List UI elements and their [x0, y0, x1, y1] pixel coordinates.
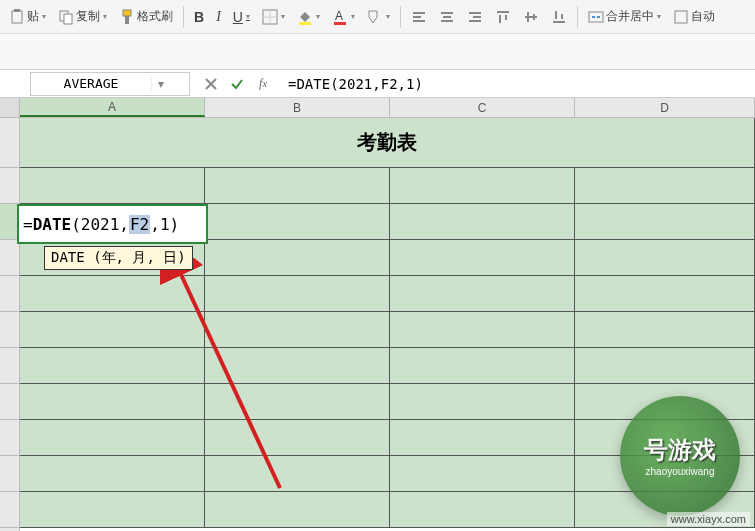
cell[interactable] — [20, 456, 205, 492]
cell[interactable] — [205, 384, 390, 420]
row-header[interactable] — [0, 384, 20, 420]
cell[interactable] — [20, 276, 205, 312]
formula-paren: ( — [71, 215, 81, 234]
bold-button[interactable]: B — [189, 6, 209, 28]
formula-sep: , — [150, 215, 160, 234]
align-top-button[interactable] — [490, 6, 516, 28]
borders-icon — [262, 9, 278, 25]
fx-button[interactable]: fx — [254, 75, 272, 93]
cell[interactable] — [205, 276, 390, 312]
chevron-down-icon: ▾ — [281, 12, 285, 21]
cell[interactable] — [575, 276, 755, 312]
function-tooltip[interactable]: DATE (年, 月, 日) — [44, 246, 193, 270]
align-center-button[interactable] — [434, 6, 460, 28]
align-left-button[interactable] — [406, 6, 432, 28]
row-header[interactable] — [0, 312, 20, 348]
column-header-b[interactable]: B — [205, 98, 390, 117]
align-bottom-button[interactable] — [546, 6, 572, 28]
cell[interactable] — [390, 384, 575, 420]
cell[interactable] — [575, 348, 755, 384]
row-header[interactable] — [0, 456, 20, 492]
fill-color-button[interactable]: ▾ — [292, 6, 325, 28]
cell[interactable] — [390, 456, 575, 492]
borders-button[interactable]: ▾ — [257, 6, 290, 28]
formula-input[interactable] — [284, 76, 755, 92]
svg-rect-30 — [589, 12, 603, 22]
toolbar-spacer — [0, 34, 755, 70]
row-header[interactable] — [0, 348, 20, 384]
cell[interactable] — [575, 420, 755, 456]
cell[interactable] — [20, 420, 205, 456]
row-header[interactable] — [0, 492, 20, 528]
cell[interactable] — [205, 204, 390, 240]
cell[interactable] — [205, 420, 390, 456]
cell[interactable] — [390, 168, 575, 204]
italic-button[interactable]: I — [211, 6, 226, 28]
cell[interactable] — [205, 492, 390, 528]
cell[interactable] — [575, 384, 755, 420]
row-header[interactable] — [0, 276, 20, 312]
cells-container: 考勤表 =DATE(2021,F2,1) DATE (年, 月, 日) — [20, 118, 755, 531]
chevron-down-icon: ▾ — [386, 12, 390, 21]
row-header[interactable] — [0, 168, 20, 204]
cell[interactable] — [390, 312, 575, 348]
cell[interactable] — [205, 168, 390, 204]
formula-arg2: F2 — [129, 215, 150, 234]
copy-label: 复制 — [76, 8, 100, 25]
cell[interactable] — [390, 240, 575, 276]
name-box-dropdown[interactable]: ▾ — [151, 77, 169, 91]
merge-center-button[interactable]: 合并居中 ▾ — [583, 5, 666, 28]
cell[interactable] — [575, 312, 755, 348]
title-cell[interactable]: 考勤表 — [20, 118, 755, 168]
column-header-a[interactable]: A — [20, 98, 205, 117]
cell[interactable] — [205, 312, 390, 348]
cancel-formula-button[interactable] — [202, 75, 220, 93]
cell[interactable] — [390, 348, 575, 384]
row-header[interactable] — [0, 420, 20, 456]
align-right-icon — [467, 9, 483, 25]
cell[interactable] — [575, 492, 755, 528]
align-left-icon — [411, 9, 427, 25]
cell[interactable] — [390, 276, 575, 312]
svg-rect-1 — [14, 9, 20, 12]
cell[interactable] — [390, 204, 575, 240]
cell[interactable] — [575, 240, 755, 276]
column-header-c[interactable]: C — [390, 98, 575, 117]
formula-bar: ▾ fx — [0, 70, 755, 98]
cell[interactable] — [20, 312, 205, 348]
formula-function: DATE — [33, 215, 72, 234]
format-painter-button[interactable]: 格式刷 — [114, 5, 178, 28]
svg-rect-9 — [299, 22, 311, 25]
select-all-corner[interactable] — [0, 98, 20, 117]
underline-button[interactable]: U▾ — [228, 6, 255, 28]
cell[interactable] — [575, 168, 755, 204]
cell[interactable] — [575, 204, 755, 240]
highlight-button[interactable]: ▾ — [362, 6, 395, 28]
wrap-text-button[interactable]: 自动 — [668, 5, 720, 28]
copy-button[interactable]: 复制 ▾ — [53, 5, 112, 28]
cell[interactable] — [575, 456, 755, 492]
cell[interactable] — [20, 384, 205, 420]
highlight-icon — [367, 9, 383, 25]
name-box-input[interactable] — [31, 76, 151, 91]
cell[interactable] — [205, 456, 390, 492]
cell[interactable] — [20, 348, 205, 384]
cell[interactable] — [20, 492, 205, 528]
align-middle-button[interactable] — [518, 6, 544, 28]
active-cell-editor[interactable]: =DATE(2021,F2,1) — [17, 204, 208, 244]
cell[interactable] — [205, 240, 390, 276]
cell[interactable] — [20, 168, 205, 204]
chevron-down-icon: ▾ — [103, 12, 107, 21]
row-header[interactable] — [0, 118, 20, 168]
column-header-d[interactable]: D — [575, 98, 755, 117]
align-center-icon — [439, 9, 455, 25]
cell[interactable] — [205, 348, 390, 384]
align-right-button[interactable] — [462, 6, 488, 28]
row-header[interactable] — [0, 240, 20, 276]
cell[interactable] — [390, 492, 575, 528]
cell[interactable] — [390, 420, 575, 456]
paste-button[interactable]: 贴 ▾ — [4, 5, 51, 28]
accept-formula-button[interactable] — [228, 75, 246, 93]
name-box[interactable]: ▾ — [30, 72, 190, 96]
font-color-button[interactable]: A ▾ — [327, 6, 360, 28]
